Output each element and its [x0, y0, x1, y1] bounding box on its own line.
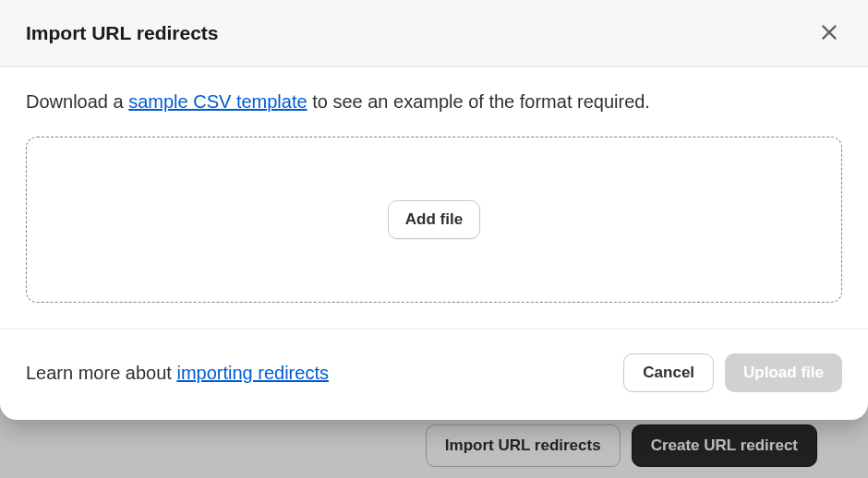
footer-actions: Cancel Upload file — [623, 353, 842, 392]
close-icon — [819, 22, 839, 45]
sample-csv-link[interactable]: sample CSV template — [128, 91, 307, 112]
import-modal: Import URL redirects Download a sample C… — [0, 0, 868, 420]
file-dropzone[interactable]: Add file — [26, 137, 842, 303]
instruction-suffix: to see an example of the format required… — [307, 91, 650, 112]
modal-body: Download a sample CSV template to see an… — [0, 67, 868, 329]
close-button[interactable] — [816, 20, 842, 46]
cancel-button[interactable]: Cancel — [623, 353, 714, 392]
instruction-text: Download a sample CSV template to see an… — [26, 91, 842, 113]
modal-header: Import URL redirects — [0, 0, 868, 67]
importing-redirects-link[interactable]: importing redirects — [176, 363, 329, 383]
footer-prefix: Learn more about — [26, 363, 176, 383]
modal-title: Import URL redirects — [26, 22, 219, 44]
upload-file-button[interactable]: Upload file — [725, 353, 842, 392]
instruction-prefix: Download a — [26, 91, 128, 112]
footer-help-text: Learn more about importing redirects — [26, 363, 329, 384]
modal-footer: Learn more about importing redirects Can… — [0, 329, 868, 420]
add-file-button[interactable]: Add file — [388, 200, 480, 239]
